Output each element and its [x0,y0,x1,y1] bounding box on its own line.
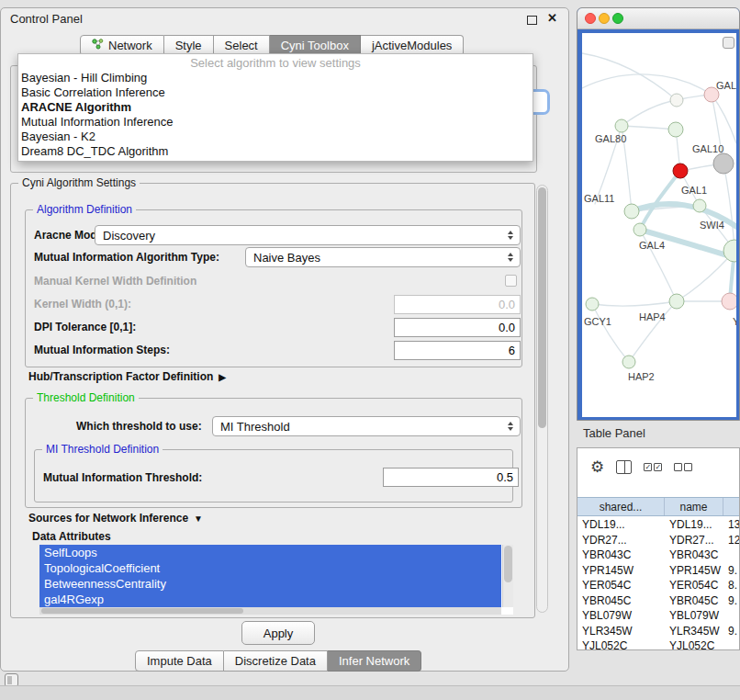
network-node[interactable] [723,240,736,262]
birdseye-button[interactable] [723,37,734,49]
table-cell[interactable]: YDL19... [577,517,665,533]
float-window-icon[interactable] [527,16,537,25]
algorithm-option[interactable]: Basic Correlation Inference [18,85,533,100]
network-node[interactable] [673,164,688,178]
table-cell[interactable] [723,638,739,649]
network-edge[interactable] [712,95,736,143]
settings-scrollbar-thumb[interactable] [538,187,546,428]
network-edge[interactable] [622,126,676,130]
network-node[interactable] [633,223,646,236]
table-cell[interactable]: 12 [723,533,739,548]
table-cell[interactable]: YJL052C [665,638,723,649]
settings-scrollbar[interactable] [536,185,548,613]
network-edge[interactable] [582,74,712,95]
network-node[interactable] [670,94,683,107]
mi-algorithm-type-select[interactable]: Naive Bayes [245,247,521,267]
kernel-width-input[interactable]: 0.0 [394,295,521,314]
table-cell[interactable]: YDR27... [577,533,665,548]
close-icon[interactable]: ✕ [547,11,557,25]
columns-icon[interactable] [616,460,632,474]
network-node[interactable] [668,122,683,137]
table-row[interactable]: YBL079WYBL079W [577,608,739,624]
algorithm-option[interactable]: Mutual Information Inference [18,115,533,130]
which-threshold-select[interactable]: MI Threshold [212,416,521,436]
table-cell[interactable] [723,608,739,624]
table-cell[interactable] [723,548,739,563]
select-all-icon[interactable]: ✓ ✓ [644,463,662,471]
network-node[interactable] [669,294,684,309]
algorithm-option[interactable]: ARACNE Algorithm [18,100,533,115]
table-cell[interactable]: YER054C [665,578,723,593]
network-edge[interactable] [592,304,629,362]
network-node[interactable] [586,298,599,310]
table-row[interactable]: YLR345WYLR345W9. [577,624,739,639]
network-edge[interactable] [582,53,677,100]
bottom-tab-infer-network[interactable]: Infer Network [328,650,421,672]
network-node[interactable] [713,153,734,174]
table-cell[interactable]: YER054C [577,578,665,593]
algorithm-option[interactable]: Bayesian - K2 [18,130,533,144]
table-row[interactable]: YBR043CYBR043C [577,548,739,563]
list-horizontal-scrollbar[interactable] [39,607,501,615]
mi-threshold-input[interactable]: 0.5 [383,468,519,487]
dpi-tolerance-input[interactable]: 0.0 [394,318,521,337]
network-edge[interactable] [640,171,680,230]
column-header[interactable]: shared... [577,498,665,515]
table-cell[interactable]: YBL079W [577,608,665,624]
network-node[interactable] [622,356,635,368]
manual-kernel-checkbox[interactable] [505,275,517,287]
table-cell[interactable]: YBR043C [577,548,665,563]
algorithm-option[interactable]: Dream8 DC_TDC Algorithm [18,144,533,159]
table-row[interactable]: YDR27...YDR27...12 [577,533,739,548]
table-cell[interactable]: 8. [723,578,739,593]
attribute-item[interactable]: gal4RGexp [39,592,501,607]
list-horizontal-thumb[interactable] [41,608,243,614]
network-node[interactable] [624,204,639,219]
network-edge[interactable] [592,301,677,306]
table-cell[interactable]: 9. [723,563,739,579]
network-edge[interactable] [629,301,677,362]
mi-steps-input[interactable]: 6 [394,341,521,360]
attribute-item[interactable]: BetweennessCentrality [39,576,501,592]
list-vertical-thumb[interactable] [504,546,512,582]
table-cell[interactable]: YPR145W [577,563,665,579]
data-attributes-list[interactable]: SelfLoopsTopologicalCoefficientBetweenne… [39,545,513,615]
table-cell[interactable]: YLR345W [665,624,723,639]
minimize-traffic-light[interactable] [599,13,610,24]
sources-section-toggle[interactable]: Sources for Network Inference ▼ [28,512,203,525]
table-cell[interactable]: YBL079W [665,608,723,624]
table-cell[interactable]: 9. [723,593,739,609]
network-node[interactable] [693,199,706,212]
algorithm-option[interactable]: Bayesian - Hill Climbing [18,71,533,85]
table-row[interactable]: YER054CYER054C8. [577,578,739,593]
bottom-tab-impute-data[interactable]: Impute Data [135,650,224,672]
attribute-item[interactable]: SelfLoops [39,545,501,560]
table-cell[interactable]: YJL052C [577,638,665,649]
table-cell[interactable]: YBR045C [577,593,665,609]
table-cell[interactable]: YLR345W [577,624,665,639]
table-cell[interactable]: 9. [723,624,739,639]
list-vertical-scrollbar[interactable] [502,545,513,607]
column-header[interactable]: name [665,498,723,515]
table-row[interactable]: YJL052CYJL052C [577,638,739,649]
zoom-traffic-light[interactable] [612,13,623,24]
deselect-all-icon[interactable] [674,463,692,471]
aracne-mode-select[interactable]: Discovery [95,225,521,245]
network-node[interactable] [615,119,628,132]
column-header[interactable] [723,498,739,515]
table-row[interactable]: YBR045CYBR045C9. [577,593,739,609]
table-cell[interactable]: YBR045C [665,593,723,609]
network-edge[interactable] [622,100,677,126]
table-row[interactable]: YPR145WYPR145W9. [577,563,739,579]
bottom-tab-discretize-data[interactable]: Discretize Data [224,650,328,672]
table-cell[interactable]: YDL19... [665,517,723,533]
attribute-item[interactable]: TopologicalCoefficient [39,560,501,576]
gear-icon[interactable]: ⚙ [590,459,604,475]
table-row[interactable]: YDL19...YDL19...13 [577,517,739,533]
close-traffic-light[interactable] [585,13,596,24]
table-cell[interactable]: YPR145W [665,563,723,579]
table-cell[interactable]: 13 [723,517,739,533]
table-cell[interactable]: YBR043C [665,548,723,563]
table-cell[interactable]: YDR27... [665,533,723,548]
hub-section-toggle[interactable]: Hub/Transcription Factor Definition ▶ [28,370,226,383]
